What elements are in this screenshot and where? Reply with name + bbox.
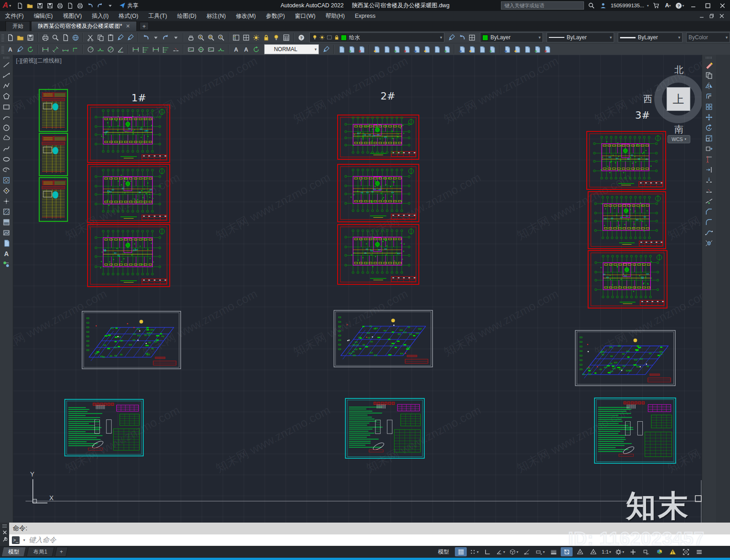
customization-toggle[interactable]	[693, 547, 705, 556]
color-points-icon[interactable]	[2, 260, 11, 269]
maximize-button[interactable]	[702, 1, 714, 10]
center-mark-icon[interactable]	[196, 45, 205, 54]
mod-move-point-icon[interactable]	[372, 45, 381, 54]
dim-aligned-icon[interactable]	[51, 45, 60, 54]
dim-radius-icon[interactable]	[86, 45, 95, 54]
floor-plan-drawing[interactable]	[338, 115, 419, 159]
mod-pair-icon[interactable]	[522, 45, 532, 54]
layout-tab-model[interactable]: 模型	[1, 547, 26, 557]
command-wrench-icon[interactable]	[2, 537, 7, 542]
chev-icon[interactable]	[171, 33, 180, 42]
new-tab-button[interactable]: +	[140, 22, 149, 30]
design-notes-sheet-drawing[interactable]	[594, 398, 676, 463]
calculator-icon[interactable]	[282, 33, 291, 42]
mod-copyprops-icon[interactable]	[347, 45, 356, 54]
rotate-icon[interactable]	[704, 123, 714, 132]
layer-match-icon[interactable]	[447, 33, 456, 42]
layout-tab-add[interactable]: +	[54, 547, 68, 557]
close-button[interactable]	[716, 1, 728, 10]
mod-rotate-icon[interactable]	[412, 45, 421, 54]
model-space-button[interactable]: 模型	[433, 548, 454, 556]
mod-paste-icon[interactable]	[357, 45, 366, 54]
palette-grip[interactable]	[706, 57, 712, 59]
annotation-monitor-toggle[interactable]	[640, 547, 652, 556]
dim-break-icon[interactable]	[171, 45, 180, 54]
menu-绘图D[interactable]: 绘图(D)	[172, 11, 201, 21]
mod-pickpoint-icon[interactable]	[382, 45, 391, 54]
plotstyle-dropdown[interactable]: ByColor▾	[686, 32, 730, 42]
layout-tab-layout1[interactable]: 布局1	[26, 547, 54, 557]
copy-icon[interactable]	[96, 33, 105, 42]
menu-格式O[interactable]: 格式(O)	[114, 11, 143, 21]
menu-帮助H[interactable]: 帮助(H)	[320, 11, 349, 21]
offset-icon[interactable]	[704, 92, 714, 101]
dim-edit-icon[interactable]: A	[5, 45, 15, 54]
command-history[interactable]: 命令:	[9, 523, 730, 535]
mod-delete-icon[interactable]	[402, 45, 411, 54]
new-icon[interactable]	[5, 33, 15, 42]
preview-icon[interactable]	[51, 33, 60, 42]
dim-baseline-icon[interactable]	[141, 45, 150, 54]
command-drag-grip[interactable]	[2, 524, 7, 528]
heating-system-axonometric-drawing[interactable]	[82, 311, 181, 369]
polyline-icon[interactable]	[2, 81, 11, 90]
mod-copy-icon[interactable]	[392, 45, 401, 54]
paste-icon[interactable]	[106, 33, 115, 42]
floor-plan-drawing[interactable]	[338, 225, 419, 284]
mod-box-icon[interactable]	[477, 45, 486, 54]
cad-drawing[interactable]: 1#2#3#YX	[13, 55, 702, 523]
dim-inspect-icon[interactable]	[206, 45, 215, 54]
array-icon[interactable]	[704, 102, 714, 111]
floor-plan-drawing[interactable]	[88, 164, 170, 223]
doc-minimize-button[interactable]	[697, 12, 706, 20]
mod-grid-icon[interactable]	[487, 45, 496, 54]
search-icon[interactable]	[587, 1, 596, 10]
search-input[interactable]: 键入关键字或短语	[501, 1, 584, 10]
help-icon[interactable]: ?	[297, 33, 306, 42]
menu-Express[interactable]: Express	[350, 11, 381, 21]
grid-display-toggle[interactable]	[455, 547, 467, 556]
region-icon[interactable]	[2, 228, 11, 237]
mirror-icon[interactable]	[704, 81, 714, 90]
schedule-table-drawing[interactable]	[39, 133, 68, 176]
dim-diameter-icon[interactable]	[106, 45, 115, 54]
building-label[interactable]: 1#	[131, 92, 146, 104]
dim-update-icon[interactable]	[26, 45, 35, 54]
design-notes-sheet-drawing[interactable]	[345, 398, 424, 458]
chamfer-icon[interactable]	[704, 207, 714, 216]
layer-isolate-icon[interactable]	[467, 33, 476, 42]
table-icon[interactable]	[2, 239, 11, 248]
dim-ordinate-icon[interactable]	[71, 45, 80, 54]
edit-brush-icon[interactable]	[126, 33, 135, 42]
wcs-dropdown[interactable]: WCS▾	[667, 135, 690, 143]
break-at-point-icon[interactable]	[704, 176, 714, 185]
fillet-icon[interactable]	[704, 218, 714, 227]
account-name[interactable]: 1505999135...	[610, 3, 644, 8]
dynamic-input-toggle[interactable]: ▾	[534, 547, 546, 556]
match-properties-icon[interactable]	[116, 33, 125, 42]
undo-icon[interactable]	[141, 33, 150, 42]
insert-block-icon[interactable]	[2, 176, 11, 185]
design-notes-sheet-drawing[interactable]	[65, 399, 143, 456]
menu-编辑E[interactable]: 编辑(E)	[29, 11, 58, 21]
ucs-icon[interactable]: YX	[30, 471, 54, 503]
dim-style-apply-icon[interactable]	[322, 45, 331, 54]
menu-窗口W[interactable]: 窗口(W)	[290, 11, 320, 21]
heating-system-axonometric-drawing[interactable]	[575, 330, 675, 386]
save-icon[interactable]	[26, 33, 35, 42]
viewcube-top-face[interactable]: 上	[667, 87, 690, 111]
floor-plan-drawing[interactable]	[88, 105, 170, 162]
zoom-realtime-icon[interactable]	[196, 33, 205, 42]
layer-off-icon[interactable]	[271, 33, 281, 42]
dim-angular-icon[interactable]	[116, 45, 125, 54]
quick-dim-icon[interactable]	[131, 45, 140, 54]
dim-text-angle-icon[interactable]: A	[241, 45, 250, 54]
dim-linear-icon[interactable]	[41, 45, 50, 54]
polygon-icon[interactable]	[2, 92, 11, 101]
menu-标注N[interactable]: 标注(N)	[202, 11, 231, 21]
gradient-icon[interactable]	[2, 218, 11, 227]
arc-icon[interactable]	[2, 113, 11, 122]
account-chevron-icon[interactable]: ▾	[647, 4, 649, 8]
menu-工具T[interactable]: 工具(T)	[143, 11, 172, 21]
viewcube-west[interactable]: 西	[643, 93, 652, 105]
